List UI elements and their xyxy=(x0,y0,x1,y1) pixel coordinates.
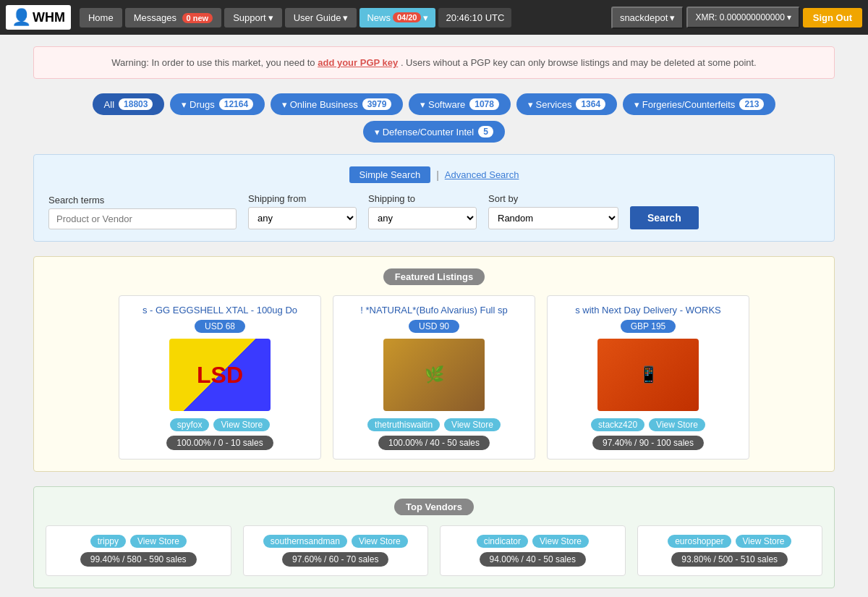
search-tab-sep: | xyxy=(436,169,439,181)
vendor-card: euroshopper View Store 93.80% / 500 - 51… xyxy=(637,525,823,576)
home-button[interactable]: Home xyxy=(80,8,122,27)
vendor-footer: euroshopper View Store xyxy=(647,535,814,548)
category-forgeries-button[interactable]: ▾ Forgeries/Counterfeits 213 xyxy=(623,93,775,115)
vendor-card: trippy View Store 99.40% / 580 - 590 sal… xyxy=(46,525,231,576)
shipping-from-select[interactable]: any xyxy=(248,207,357,229)
vendor-footer: trippy View Store xyxy=(55,535,222,548)
vendor-tag: stackz420 xyxy=(591,418,644,431)
sort-by-label: Sort by xyxy=(488,193,618,204)
logo-box: 👤 WHM xyxy=(6,5,71,30)
listing-image: LSD xyxy=(169,339,271,411)
listing-card: s with Next Day Delivery - WORKS GBP 195… xyxy=(547,295,749,460)
view-store-button[interactable]: View Store xyxy=(352,535,408,548)
signout-button[interactable]: Sign Out xyxy=(803,8,862,27)
search-tabs: Simple Search | Advanced Search xyxy=(48,166,820,183)
vendor-stats: 93.80% / 500 - 510 sales xyxy=(671,552,788,567)
search-input[interactable] xyxy=(48,208,237,229)
warning-box: Warning: In order to use this market, yo… xyxy=(33,46,835,79)
xmr-chevron-icon: ▾ xyxy=(787,12,791,22)
category-defense-button[interactable]: ▾ Defense/Counter Intel 5 xyxy=(363,121,505,143)
vendor-name-tag: cindicator xyxy=(477,535,528,548)
view-store-button[interactable]: View Store xyxy=(444,418,501,431)
view-store-button[interactable]: View Store xyxy=(736,535,792,548)
category-services-button[interactable]: ▾ Services 1364 xyxy=(516,93,617,115)
sort-by-group: Sort by Random xyxy=(488,193,618,229)
xmr-button[interactable]: XMR: 0.000000000000 ▾ xyxy=(686,7,799,28)
shipping-to-group: Shipping to any xyxy=(368,193,477,229)
listing-stats: 100.00% / 40 - 50 sales xyxy=(378,436,490,450)
search-terms-group: Search terms xyxy=(48,195,237,229)
search-fields: Search terms Shipping from any Shipping … xyxy=(48,193,820,229)
news-chevron-icon: ▾ xyxy=(423,12,428,23)
vendor-name-tag: euroshopper xyxy=(668,535,731,548)
listings-grid: s - GG EGGSHELL XTAL - 100ug Do USD 68 L… xyxy=(46,295,822,460)
main-content: Warning: In order to use this market, yo… xyxy=(22,35,846,597)
messages-button[interactable]: Messages 0 new xyxy=(125,8,221,27)
warning-text-post: . Users wihout a PGP key can only browse… xyxy=(401,57,757,68)
listing-title: ! *NATURAL*(Bufo Alvarius) Full sp xyxy=(342,305,526,316)
view-store-button[interactable]: View Store xyxy=(649,418,705,431)
user-chevron-icon: ▾ xyxy=(670,12,675,23)
warning-text-pre: Warning: In order to use this market, yo… xyxy=(111,57,318,68)
listing-price: GBP 195 xyxy=(621,320,676,333)
user-menu-button[interactable]: snackdepot ▾ xyxy=(611,7,684,29)
listing-price: USD 90 xyxy=(409,320,459,333)
vendor-stats: 97.60% / 60 - 70 sales xyxy=(282,552,388,567)
vendor-footer: cindicator View Store xyxy=(449,535,616,548)
listing-footer: spyfox View Store xyxy=(128,418,312,431)
view-store-button[interactable]: View Store xyxy=(213,418,270,431)
search-terms-label: Search terms xyxy=(48,195,237,206)
sort-by-select[interactable]: Random xyxy=(488,207,618,229)
category-software-button[interactable]: ▾ Software 1078 xyxy=(409,93,511,115)
listing-stats: 97.40% / 90 - 100 sales xyxy=(592,436,704,450)
simple-search-tab[interactable]: Simple Search xyxy=(349,166,431,183)
listing-footer: stackz420 View Store xyxy=(556,418,740,431)
logo-text: WHM xyxy=(33,10,65,25)
vendor-tag: thetruthiswaitin xyxy=(367,418,440,431)
vendor-name-tag: southernsandman xyxy=(263,535,347,548)
support-chevron-icon: ▾ xyxy=(268,12,273,23)
category-online-business-button[interactable]: ▾ Online Business 3979 xyxy=(271,93,403,115)
listing-image: 🌿 xyxy=(383,339,485,411)
listing-price: USD 68 xyxy=(195,320,245,333)
listing-image: 📱 xyxy=(597,339,699,411)
listing-title: s with Next Day Delivery - WORKS xyxy=(556,305,740,316)
vendor-tag: spyfox xyxy=(170,418,210,431)
featured-title: Featured Listings xyxy=(46,268,822,285)
search-button[interactable]: Search xyxy=(630,206,699,229)
advanced-search-tab[interactable]: Advanced Search xyxy=(445,169,519,180)
vendor-stats: 99.40% / 580 - 590 sales xyxy=(80,552,197,567)
logo: 👤 WHM xyxy=(6,5,71,30)
vendors-grid: trippy View Store 99.40% / 580 - 590 sal… xyxy=(46,525,822,576)
listing-title: s - GG EGGSHELL XTAL - 100ug Do xyxy=(128,305,312,316)
pgp-key-link[interactable]: add your PGP key xyxy=(318,57,398,68)
clock: 20:46:10 UTC xyxy=(438,8,511,27)
vendor-name-tag: trippy xyxy=(90,535,126,548)
featured-listings-section: Featured Listings s - GG EGGSHELL XTAL -… xyxy=(33,256,835,472)
logo-icon: 👤 xyxy=(12,8,31,27)
listing-stats: 100.00% / 0 - 10 sales xyxy=(166,436,273,450)
category-drugs-button[interactable]: ▾ Drugs 12164 xyxy=(170,93,265,115)
search-container: Simple Search | Advanced Search Search t… xyxy=(33,154,835,242)
vendor-stats: 94.00% / 40 - 50 sales xyxy=(480,552,586,567)
vendor-card: cindicator View Store 94.00% / 40 - 50 s… xyxy=(440,525,626,576)
support-button[interactable]: Support ▾ xyxy=(224,8,282,27)
top-vendors-section: Top Vendors trippy View Store 99.40% / 5… xyxy=(33,486,835,588)
vendor-footer: southernsandman View Store xyxy=(252,535,420,548)
listing-card: ! *NATURAL*(Bufo Alvarius) Full sp USD 9… xyxy=(333,295,535,460)
vendors-title: Top Vendors xyxy=(46,499,822,515)
shipping-from-group: Shipping from any xyxy=(248,193,357,229)
listing-footer: thetruthiswaitin View Store xyxy=(342,418,526,431)
user-guide-button[interactable]: User Guide ▾ xyxy=(285,8,357,27)
navbar: 👤 WHM Home Messages 0 new Support ▾ User… xyxy=(0,0,868,35)
user-guide-chevron-icon: ▾ xyxy=(343,12,348,23)
view-store-button[interactable]: View Store xyxy=(130,535,187,548)
view-store-button[interactable]: View Store xyxy=(532,535,589,548)
category-buttons: All 18803 ▾ Drugs 12164 ▾ Online Busines… xyxy=(33,93,835,143)
category-all-button[interactable]: All 18803 xyxy=(93,93,165,115)
news-button[interactable]: News 04/20 ▾ xyxy=(359,8,435,27)
shipping-to-label: Shipping to xyxy=(368,193,477,204)
shipping-to-select[interactable]: any xyxy=(368,207,477,229)
vendor-card: southernsandman View Store 97.60% / 60 -… xyxy=(243,525,429,576)
listing-card: s - GG EGGSHELL XTAL - 100ug Do USD 68 L… xyxy=(119,295,321,460)
